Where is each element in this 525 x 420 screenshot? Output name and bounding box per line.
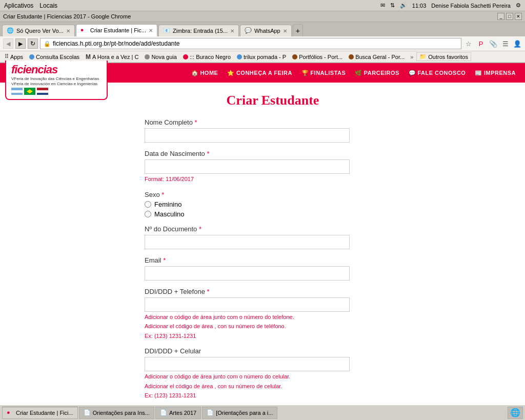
home-icon: 🏠 bbox=[191, 70, 199, 76]
site-logo: ficiencias VFeria de Inovação das Ciênci… bbox=[5, 61, 108, 100]
input-data-nascimento[interactable] bbox=[145, 159, 350, 174]
tab-close-2[interactable]: ✕ bbox=[149, 28, 153, 33]
bookmark-dot bbox=[349, 54, 354, 59]
bookmark-label: Nova guia bbox=[151, 54, 177, 60]
taskbar-item-4[interactable]: 📄 [Orientações para a i... bbox=[202, 407, 277, 419]
browser-chrome: Criar Estudante | Ficiencias 2017 - Goog… bbox=[0, 11, 525, 63]
radio-label-masculino: Masculino bbox=[154, 210, 185, 218]
input-email[interactable] bbox=[145, 266, 350, 281]
nav-fale-label: FALE CONOSCO bbox=[417, 70, 466, 76]
radio-feminino[interactable]: Feminino bbox=[145, 201, 401, 208]
new-tab-button[interactable]: + bbox=[293, 24, 303, 36]
taskbar-label-3: Artes 2017 bbox=[169, 410, 196, 416]
maximize-button[interactable]: □ bbox=[506, 13, 513, 20]
bookmark-star-icon[interactable]: ☆ bbox=[463, 38, 474, 49]
logo-sub-text-1: VFeria de Inovação das Ciências e Engenh… bbox=[11, 76, 102, 82]
bookmark-dot bbox=[183, 54, 188, 59]
tab-label-4: WhatsApp bbox=[254, 28, 280, 34]
flag-argentina bbox=[11, 88, 23, 95]
taskbar-chrome-icon[interactable]: 🌐 bbox=[508, 407, 523, 419]
radio-masculino[interactable]: Masculino bbox=[145, 210, 401, 218]
tab-1[interactable]: 🌐 Só Quero Ver Vo... ✕ bbox=[2, 25, 75, 36]
input-nome-completo[interactable] bbox=[145, 128, 350, 143]
nav-imprensa[interactable]: 📰 IMPRENSA bbox=[471, 63, 520, 83]
bookmark-busca[interactable]: Busca Geral - Por... bbox=[347, 53, 406, 61]
input-num-documento[interactable] bbox=[145, 235, 350, 249]
logo-flags bbox=[11, 88, 102, 95]
lock-icon: 🔒 bbox=[44, 41, 51, 47]
profile-icon[interactable]: 👤 bbox=[513, 40, 522, 48]
forward-button[interactable]: ▶ bbox=[15, 38, 26, 49]
taskbar-label-1: Criar Estudante | Fici... bbox=[16, 410, 73, 416]
apps-icon: ⠿ bbox=[5, 53, 9, 60]
os-apps-menu[interactable]: Aplicativos bbox=[4, 2, 33, 9]
extension-icon-2[interactable]: 📎 bbox=[488, 38, 498, 49]
tab-favicon-4: 💬 bbox=[245, 27, 252, 34]
tab-close-1[interactable]: ✕ bbox=[66, 28, 70, 34]
bookmark-dot bbox=[237, 54, 242, 59]
bookmark-outros[interactable]: 📁 Outros favoritos bbox=[416, 52, 471, 61]
back-button[interactable]: ◀ bbox=[3, 38, 13, 49]
tab-3[interactable]: 📧 Zimbra: Entrada (15... ✕ bbox=[158, 25, 239, 36]
taskbar-item-3[interactable]: 📄 Artes 2017 bbox=[155, 407, 201, 419]
label-sexo: Sexo * bbox=[145, 191, 401, 198]
input-celular[interactable] bbox=[145, 357, 350, 371]
taskbar-item-1[interactable]: ● Criar Estudante | Fici... bbox=[2, 407, 78, 419]
bookmark-label: ::: Buraco Negro bbox=[190, 54, 231, 60]
taskbar: ● Criar Estudante | Fici... 📄 Orientaçõe… bbox=[0, 405, 525, 420]
nav-finalistas[interactable]: 🏆 FINALISTAS bbox=[297, 63, 350, 83]
os-locals-menu[interactable]: Locais bbox=[39, 2, 57, 9]
bookmark-portfolios[interactable]: Portfólios - Port... bbox=[291, 53, 344, 61]
taskbar-favicon-3: 📄 bbox=[160, 409, 167, 416]
nav-parceiros[interactable]: 🌿 PARCEIROS bbox=[351, 63, 403, 83]
flag-other bbox=[37, 88, 48, 95]
bookmark-dot bbox=[145, 54, 150, 59]
extension-icon-1[interactable]: P bbox=[476, 38, 486, 49]
close-button[interactable]: ✕ bbox=[515, 13, 522, 20]
tab-close-3[interactable]: ✕ bbox=[230, 28, 234, 34]
bookmark-label: Busca Geral - Por... bbox=[355, 54, 405, 60]
bookmark-nova[interactable]: Nova guia bbox=[143, 53, 178, 61]
tab-2[interactable]: ● Criar Estudante | Fic... ✕ bbox=[76, 24, 157, 36]
bookmark-label: Outros favoritos bbox=[428, 54, 468, 60]
tab-4[interactable]: 💬 WhatsApp ✕ bbox=[240, 25, 292, 36]
tab-close-4[interactable]: ✕ bbox=[283, 28, 287, 34]
window-controls[interactable]: _ □ ✕ bbox=[497, 13, 522, 20]
chrome-menu-icon[interactable]: ☰ bbox=[500, 38, 511, 49]
settings-icon[interactable]: ⚙ bbox=[516, 2, 521, 9]
radio-input-masculino[interactable] bbox=[145, 211, 151, 217]
os-menu[interactable]: Aplicativos Locais bbox=[4, 2, 57, 9]
bookmark-apps[interactable]: ⠿ Apps bbox=[3, 53, 25, 61]
minimize-button[interactable]: _ bbox=[497, 13, 504, 20]
address-bar[interactable]: 🔒 ficiencias.h.pti.org.br/pt-br/node/add… bbox=[40, 38, 461, 49]
bookmarks-more[interactable]: » bbox=[410, 54, 413, 60]
field-data-nascimento: Data de Nascimento * Format: 11/06/2017 bbox=[145, 150, 401, 184]
reload-button[interactable]: ↻ bbox=[28, 38, 38, 49]
field-celular: DDI/DDD + Celular Adicionar o código de … bbox=[145, 347, 401, 400]
hint-celular-2: Adicionar el código de área , con su núm… bbox=[145, 382, 401, 391]
os-tray: ✉ ⇅ 🔊 11:03 Denise Fabiola Sachetti Pere… bbox=[380, 2, 521, 9]
taskbar-item-2[interactable]: 📄 Orientações para Ins... bbox=[79, 407, 154, 419]
nav-conheca[interactable]: ⭐ CONHEÇA A FEIRA bbox=[223, 63, 296, 83]
url-input[interactable]: ficiencias.h.pti.org.br/pt-br/node/add/e… bbox=[53, 40, 458, 47]
bookmark-label: Portfólios - Port... bbox=[299, 54, 342, 60]
nav-home-label: HOME bbox=[200, 70, 218, 76]
bookmark-trilux[interactable]: trilux pomada - P bbox=[235, 53, 288, 61]
nav-home[interactable]: 🏠 HOME bbox=[187, 63, 223, 83]
required-star-email: * bbox=[161, 256, 166, 264]
nav-parceiros-label: PARCEIROS bbox=[364, 70, 399, 76]
chrome-logo: 🌐 bbox=[510, 408, 520, 417]
radio-label-feminino: Feminino bbox=[154, 201, 181, 208]
nav-fale[interactable]: 💬 FALE CONOSCO bbox=[405, 63, 470, 83]
bookmark-buraco[interactable]: ::: Buraco Negro bbox=[181, 53, 232, 61]
tab-favicon-2: ● bbox=[80, 27, 88, 34]
bookmark-consulta[interactable]: Consulta Escolas bbox=[28, 53, 81, 61]
form-title: Criar Estudante bbox=[145, 93, 401, 108]
hint-celular-ex: Ex: (123) 1231-1231 bbox=[145, 391, 401, 400]
input-telefone[interactable] bbox=[145, 297, 350, 312]
nav-finalistas-label: FINALISTAS bbox=[310, 70, 346, 76]
radio-input-feminino[interactable] bbox=[145, 201, 151, 208]
hint-telefone-ex: Ex: (123) 1231-1231 bbox=[145, 332, 401, 341]
field-email: Email * bbox=[145, 256, 401, 281]
bookmark-ahora[interactable]: M A Hora e a Vez | C bbox=[84, 53, 140, 61]
